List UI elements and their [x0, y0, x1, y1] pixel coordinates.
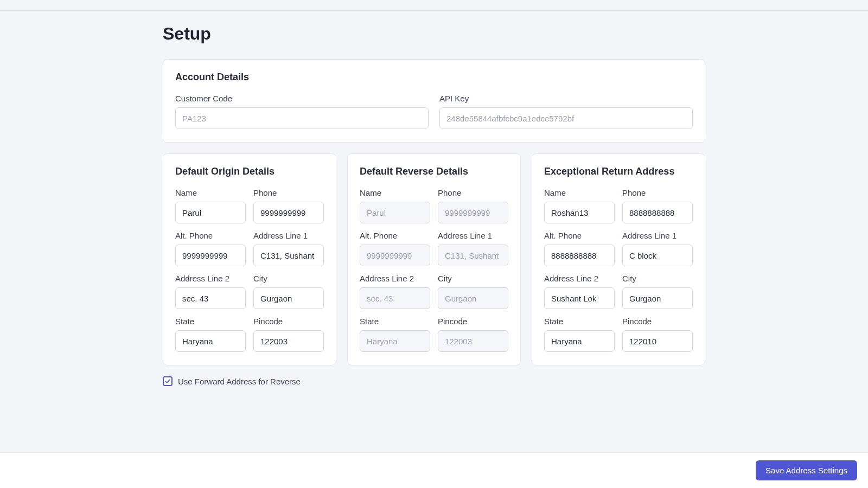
origin-state-label: State [175, 317, 246, 326]
exceptional-phone-label: Phone [622, 188, 693, 197]
reverse-name-label: Name [360, 188, 430, 197]
exceptional-city-label: City [622, 274, 693, 283]
customer-code-label: Customer Code [175, 94, 429, 103]
origin-pincode-label: Pincode [253, 317, 324, 326]
origin-name-label: Name [175, 188, 246, 197]
origin-city-label: City [253, 274, 324, 283]
exceptional-addr2-label: Address Line 2 [544, 274, 615, 283]
reverse-altphone-label: Alt. Phone [360, 231, 430, 240]
reverse-title: Default Reverse Details [360, 166, 508, 177]
reverse-state-label: State [360, 317, 430, 326]
exceptional-pincode-label: Pincode [622, 317, 693, 326]
use-forward-checkbox-label: Use Forward Address for Reverse [178, 377, 301, 386]
exceptional-card: Exceptional Return Address Name Phone Al… [532, 153, 705, 365]
reverse-addr1-label: Address Line 1 [438, 231, 508, 240]
exceptional-phone-input[interactable] [622, 202, 693, 223]
reverse-name-input [360, 202, 430, 223]
page-title: Setup [163, 24, 705, 44]
origin-addr2-label: Address Line 2 [175, 274, 246, 283]
reverse-phone-input [438, 202, 508, 223]
top-divider [0, 10, 868, 11]
origin-addr1-input[interactable] [253, 245, 324, 266]
reverse-addr1-input [438, 245, 508, 266]
reverse-state-input [360, 330, 430, 352]
origin-phone-label: Phone [253, 188, 324, 197]
origin-altphone-label: Alt. Phone [175, 231, 246, 240]
exceptional-addr1-label: Address Line 1 [622, 231, 693, 240]
reverse-addr2-input [360, 287, 430, 309]
account-details-card: Account Details Customer Code API Key [163, 59, 705, 143]
exceptional-addr1-input[interactable] [622, 245, 693, 266]
exceptional-addr2-input[interactable] [544, 287, 615, 309]
exceptional-state-input[interactable] [544, 330, 615, 352]
use-forward-checkbox-row: Use Forward Address for Reverse [163, 376, 705, 386]
api-key-field: API Key [439, 94, 693, 129]
origin-phone-input[interactable] [253, 202, 324, 223]
origin-pincode-input[interactable] [253, 330, 324, 352]
reverse-city-label: City [438, 274, 508, 283]
reverse-phone-label: Phone [438, 188, 508, 197]
reverse-city-input [438, 287, 508, 309]
origin-state-input[interactable] [175, 330, 246, 352]
customer-code-field: Customer Code [175, 94, 429, 129]
account-details-title: Account Details [175, 72, 693, 83]
exceptional-state-label: State [544, 317, 615, 326]
reverse-pincode-input [438, 330, 508, 352]
exceptional-altphone-label: Alt. Phone [544, 231, 615, 240]
exceptional-pincode-input[interactable] [622, 330, 693, 352]
exceptional-name-label: Name [544, 188, 615, 197]
customer-code-input[interactable] [175, 107, 429, 129]
api-key-input[interactable] [439, 107, 693, 129]
exceptional-altphone-input[interactable] [544, 245, 615, 266]
origin-card: Default Origin Details Name Phone Alt. P… [163, 153, 336, 365]
exceptional-title: Exceptional Return Address [544, 166, 693, 177]
origin-title: Default Origin Details [175, 166, 324, 177]
reverse-pincode-label: Pincode [438, 317, 508, 326]
setup-page: Setup Account Details Customer Code API … [163, 0, 705, 446]
use-forward-checkbox[interactable] [163, 376, 173, 386]
check-icon [164, 378, 171, 384]
reverse-altphone-input [360, 245, 430, 266]
origin-addr1-label: Address Line 1 [253, 231, 324, 240]
origin-city-input[interactable] [253, 287, 324, 309]
origin-addr2-input[interactable] [175, 287, 246, 309]
api-key-label: API Key [439, 94, 693, 103]
origin-name-input[interactable] [175, 202, 246, 223]
origin-altphone-input[interactable] [175, 245, 246, 266]
reverse-card: Default Reverse Details Name Phone Alt. … [347, 153, 521, 365]
reverse-addr2-label: Address Line 2 [360, 274, 430, 283]
exceptional-city-input[interactable] [622, 287, 693, 309]
exceptional-name-input[interactable] [544, 202, 615, 223]
